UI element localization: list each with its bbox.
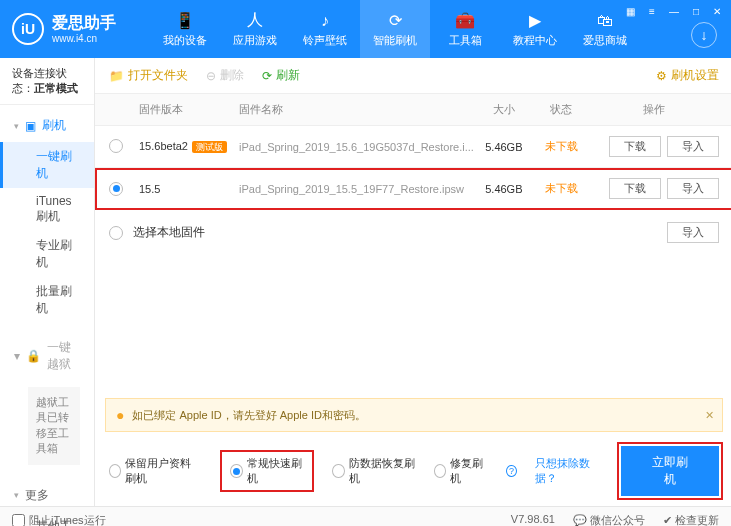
- open-folder-button[interactable]: 📁打开文件夹: [109, 67, 188, 84]
- local-firmware-row[interactable]: 选择本地固件 导入: [95, 210, 731, 255]
- delete-icon: ⊖: [206, 69, 216, 83]
- close-warning-button[interactable]: ✕: [705, 409, 714, 422]
- nav-tutorials[interactable]: ▶教程中心: [500, 0, 570, 58]
- nav-my-device[interactable]: 📱我的设备: [150, 0, 220, 58]
- refresh-button[interactable]: ⟳刷新: [262, 67, 300, 84]
- flash-now-button[interactable]: 立即刷机: [621, 446, 719, 496]
- grid-icon[interactable]: ▦: [622, 4, 639, 19]
- sidebar-group-label: 更多: [25, 487, 49, 504]
- erase-only-link[interactable]: 只想抹除数据？: [535, 456, 603, 486]
- col-version: 固件版本: [139, 102, 239, 117]
- firmware-radio[interactable]: [109, 182, 123, 196]
- firmware-row[interactable]: 15.5 iPad_Spring_2019_15.5_19F77_Restore…: [95, 168, 731, 210]
- maximize-icon[interactable]: □: [689, 4, 703, 19]
- import-button[interactable]: 导入: [667, 178, 719, 199]
- toolbar: 📁打开文件夹 ⊖删除 ⟳刷新 ⚙刷机设置: [95, 58, 731, 94]
- toolbox-icon: 🧰: [455, 11, 475, 31]
- firmware-status: 未下载: [534, 181, 589, 196]
- sidebar-item-oneclick-flash[interactable]: 一键刷机: [0, 142, 94, 188]
- sidebar-group-jailbreak[interactable]: ▾ 🔒 一键越狱: [0, 331, 94, 381]
- nav-flash[interactable]: ⟳智能刷机: [360, 0, 430, 58]
- sidebar-group-label: 一键越狱: [47, 339, 80, 373]
- warning-icon: ●: [116, 407, 124, 423]
- music-icon: ♪: [315, 11, 335, 31]
- download-button[interactable]: 下载: [609, 136, 661, 157]
- connection-status: 设备连接状态：正常模式: [0, 58, 94, 105]
- version-label: V7.98.61: [511, 513, 555, 526]
- jailbreak-moved-note: 越狱工具已转移至工具箱: [28, 387, 80, 465]
- bag-icon: 🛍: [595, 11, 615, 31]
- col-size: 大小: [474, 102, 534, 117]
- firmware-size: 5.46GB: [474, 141, 534, 153]
- check-update-link[interactable]: ✔ 检查更新: [663, 513, 719, 526]
- wechat-link[interactable]: 💬 微信公众号: [573, 513, 645, 526]
- col-status: 状态: [534, 102, 589, 117]
- firmware-name: iPad_Spring_2019_15.6_19G5037d_Restore.i…: [239, 141, 474, 153]
- table-header: 固件版本 固件名称 大小 状态 操作: [95, 94, 731, 126]
- chevron-down-icon: ▾: [14, 490, 19, 500]
- update-icon: ✔: [663, 514, 672, 526]
- refresh-icon: ⟳: [262, 69, 272, 83]
- mode-normal-fast[interactable]: 常规快速刷机: [220, 450, 314, 492]
- download-button[interactable]: 下载: [609, 178, 661, 199]
- firmware-size: 5.46GB: [474, 183, 534, 195]
- sidebar-group-flash[interactable]: ▾ ▣ 刷机: [0, 109, 94, 142]
- main-nav: 📱我的设备 人应用游戏 ♪铃声壁纸 ⟳智能刷机 🧰工具箱 ▶教程中心 🛍爱思商城: [150, 0, 640, 58]
- beta-badge: 测试版: [192, 141, 227, 153]
- statusbar: 阻止iTunes运行 V7.98.61 💬 微信公众号 ✔ 检查更新: [0, 506, 731, 526]
- nav-toolbox[interactable]: 🧰工具箱: [430, 0, 500, 58]
- download-manager-button[interactable]: ↓: [691, 22, 717, 48]
- mode-anti-recovery[interactable]: 防数据恢复刷机: [332, 456, 416, 486]
- wechat-icon: 💬: [573, 514, 587, 526]
- mode-keep-data[interactable]: 保留用户资料刷机: [109, 456, 202, 486]
- firmware-version: 15.5: [139, 183, 160, 195]
- menu-icon[interactable]: ≡: [645, 4, 659, 19]
- chevron-down-icon: ▾: [14, 121, 19, 131]
- apple-id-warning: ● 如已绑定 Apple ID，请先登好 Apple ID和密码。 ✕: [105, 398, 723, 432]
- app-logo: iU 爱思助手 www.i4.cn: [12, 13, 116, 45]
- minimize-icon[interactable]: —: [665, 4, 683, 19]
- col-ops: 操作: [589, 102, 719, 117]
- local-firmware-label: 选择本地固件: [133, 224, 205, 241]
- firmware-row[interactable]: 15.6beta2测试版 iPad_Spring_2019_15.6_19G50…: [95, 126, 731, 168]
- nav-label: 应用游戏: [233, 33, 277, 48]
- nav-label: 工具箱: [449, 33, 482, 48]
- nav-label: 铃声壁纸: [303, 33, 347, 48]
- phone-icon: 📱: [175, 11, 195, 31]
- folder-icon: 📁: [109, 69, 124, 83]
- play-icon: ▶: [525, 11, 545, 31]
- logo-icon: iU: [12, 13, 44, 45]
- import-button[interactable]: 导入: [667, 222, 719, 243]
- nav-apps[interactable]: 人应用游戏: [220, 0, 290, 58]
- sidebar-group-more[interactable]: ▾ 更多: [0, 479, 94, 512]
- warning-text: 如已绑定 Apple ID，请先登好 Apple ID和密码。: [132, 408, 366, 423]
- titlebar: iU 爱思助手 www.i4.cn 📱我的设备 人应用游戏 ♪铃声壁纸 ⟳智能刷…: [0, 0, 731, 58]
- firmware-radio[interactable]: [109, 226, 123, 240]
- gear-icon: ⚙: [656, 69, 667, 83]
- nav-label: 智能刷机: [373, 33, 417, 48]
- info-icon[interactable]: ?: [506, 465, 517, 477]
- block-itunes-option[interactable]: 阻止iTunes运行: [12, 513, 106, 526]
- block-itunes-checkbox[interactable]: [12, 514, 25, 526]
- close-icon[interactable]: ✕: [709, 4, 725, 19]
- firmware-radio[interactable]: [109, 139, 123, 153]
- window-controls: ▦ ≡ — □ ✕: [622, 4, 725, 19]
- delete-button[interactable]: ⊖删除: [206, 67, 244, 84]
- sidebar: 设备连接状态：正常模式 ▾ ▣ 刷机 一键刷机 iTunes刷机 专业刷机 批量…: [0, 58, 95, 506]
- mode-repair[interactable]: 修复刷机: [434, 456, 489, 486]
- nav-label: 教程中心: [513, 33, 557, 48]
- sidebar-item-pro-flash[interactable]: 专业刷机: [0, 231, 94, 277]
- import-button[interactable]: 导入: [667, 136, 719, 157]
- sidebar-item-itunes-flash[interactable]: iTunes刷机: [0, 188, 94, 231]
- apps-icon: 人: [245, 11, 265, 31]
- flash-mode-bar: 保留用户资料刷机 常规快速刷机 防数据恢复刷机 修复刷机 ? 只想抹除数据？ 立…: [95, 436, 731, 506]
- nav-label: 爱思商城: [583, 33, 627, 48]
- sidebar-group-label: 刷机: [42, 117, 66, 134]
- flash-settings-button[interactable]: ⚙刷机设置: [656, 67, 719, 84]
- nav-ringtones[interactable]: ♪铃声壁纸: [290, 0, 360, 58]
- firmware-version: 15.6beta2: [139, 140, 188, 152]
- refresh-icon: ⟳: [385, 11, 405, 31]
- sidebar-item-batch-flash[interactable]: 批量刷机: [0, 277, 94, 323]
- lock-icon: 🔒: [26, 349, 41, 363]
- firmware-name: iPad_Spring_2019_15.5_19F77_Restore.ipsw: [239, 183, 474, 195]
